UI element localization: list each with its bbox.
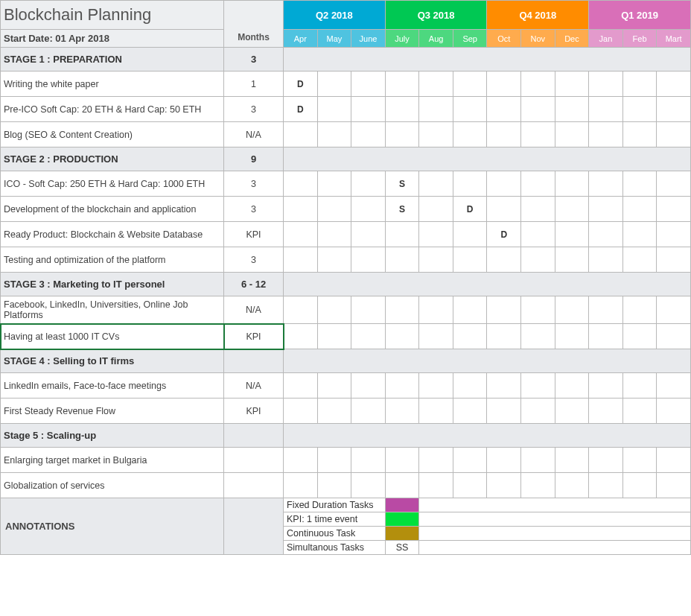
stage-4-row[interactable]: STAGE 4 : Selling to IT firms xyxy=(1,349,691,373)
task-months: KPI xyxy=(224,222,284,247)
quarter-q4-2018: Q4 2018 xyxy=(487,1,589,30)
gantt-bar xyxy=(521,122,555,147)
stage-1-label: STAGE 1 : PREPARATION xyxy=(1,48,224,72)
gantt-bar xyxy=(589,296,623,324)
gantt-bar xyxy=(419,171,453,197)
gantt-bar: D xyxy=(487,222,521,247)
quarter-q3-2018: Q3 2018 xyxy=(385,1,487,30)
task-row[interactable]: Development of the blockchain and applic… xyxy=(1,197,691,222)
task-row[interactable]: Blog (SEO & Content Creation) N/A xyxy=(1,122,691,147)
task-months: N/A xyxy=(224,373,284,399)
legend-kpi-label: KPI: 1 time event xyxy=(284,512,386,527)
task-label: Development of the blockchain and applic… xyxy=(1,197,224,222)
month-dec: Dec xyxy=(555,30,589,48)
task-months xyxy=(224,448,284,473)
gantt-bar xyxy=(453,122,487,147)
gantt-bar xyxy=(317,122,351,147)
gantt-bar xyxy=(317,97,351,122)
stage-2-months: 9 xyxy=(224,147,284,171)
task-months: 3 xyxy=(224,97,284,122)
task-row[interactable]: LinkedIn emails, Face-to-face meetings N… xyxy=(1,373,691,399)
task-label: Writing the white paper xyxy=(1,72,224,97)
gantt-bar xyxy=(419,197,453,222)
gantt-bar xyxy=(487,247,521,273)
task-label: Facebook, LinkedIn, Universities, Online… xyxy=(1,296,224,324)
task-row[interactable]: First Steady Revenue Flow KPI xyxy=(1,399,691,424)
gantt-bar xyxy=(555,247,589,273)
stage-5-label: Stage 5 : Scaling-up xyxy=(1,424,224,448)
gantt-bar: D xyxy=(284,97,318,122)
month-feb: Feb xyxy=(622,30,657,48)
gantt-bar xyxy=(622,247,657,273)
task-label: Blog (SEO & Content Creation) xyxy=(1,122,224,147)
month-june: June xyxy=(351,30,386,48)
legend-swatch-green xyxy=(385,512,419,527)
month-apr: Apr xyxy=(284,30,318,48)
stage-1-row[interactable]: STAGE 1 : PREPARATION 3 xyxy=(1,48,691,72)
task-row[interactable]: Writing the white paper 1 D xyxy=(1,72,691,97)
stage-2-row[interactable]: STAGE 2 : PRODUCTION 9 xyxy=(1,147,691,171)
gantt-bar xyxy=(521,247,555,273)
stage-3-label: STAGE 3 : Marketing to IT personel xyxy=(1,273,224,296)
start-date-label: Start Date: 01 Apr 2018 xyxy=(1,30,224,48)
gantt-bar: S xyxy=(385,197,419,222)
task-row[interactable]: Facebook, LinkedIn, Universities, Online… xyxy=(1,296,691,324)
gantt-bar xyxy=(555,122,589,147)
month-nov: Nov xyxy=(521,30,555,48)
quarter-q2-2018: Q2 2018 xyxy=(284,1,386,30)
gantt-bar xyxy=(521,296,555,324)
legend-row: ANNOTATIONS Fixed Duration Tasks xyxy=(1,498,691,512)
task-months: 3 xyxy=(224,171,284,197)
legend-swatch-magenta xyxy=(385,498,419,512)
legend-continuous-label: Continuous Task xyxy=(284,527,386,541)
task-label: ICO - Soft Cap: 250 ETH & Hard Cap: 1000… xyxy=(1,171,224,197)
task-row[interactable]: ICO - Soft Cap: 250 ETH & Hard Cap: 1000… xyxy=(1,171,691,197)
task-row[interactable]: Testing and optimization of the platform… xyxy=(1,247,691,273)
stage-5-row[interactable]: Stage 5 : Scaling-up xyxy=(1,424,691,448)
task-label: Testing and optimization of the platform xyxy=(1,247,224,273)
gantt-bar xyxy=(657,296,691,324)
gantt-bar: D xyxy=(453,197,487,222)
gantt-bar: D xyxy=(284,72,318,97)
task-label: First Steady Revenue Flow xyxy=(1,399,224,424)
gantt-bar xyxy=(453,171,487,197)
task-months: 3 xyxy=(224,197,284,222)
task-row[interactable]: Enlarging target market in Bulgaria xyxy=(1,448,691,473)
gantt-table: Blockchain Planning Months Q2 2018 Q3 20… xyxy=(0,0,691,555)
gantt-bar xyxy=(385,122,419,147)
month-may: May xyxy=(317,30,351,48)
task-row-selected[interactable]: Having at least 1000 IT CVs KPI xyxy=(1,324,691,349)
stage-4-label: STAGE 4 : Selling to IT firms xyxy=(1,349,224,373)
month-july: July xyxy=(385,30,419,48)
task-months: 3 xyxy=(224,247,284,273)
task-row[interactable]: Globalization of services xyxy=(1,473,691,498)
legend-fixed-label: Fixed Duration Tasks xyxy=(284,498,386,512)
month-mart: Mart xyxy=(657,30,691,48)
task-months: KPI xyxy=(224,324,284,349)
gantt-bar xyxy=(657,247,691,273)
task-row[interactable]: Pre-ICO Soft Cap: 20 ETH & Hard Cap: 50 … xyxy=(1,97,691,122)
task-label: LinkedIn emails, Face-to-face meetings xyxy=(1,373,224,399)
task-label: Enlarging target market in Bulgaria xyxy=(1,448,224,473)
months-header: Months xyxy=(224,1,284,48)
legend-ss-code: SS xyxy=(385,541,419,555)
stage-3-row[interactable]: STAGE 3 : Marketing to IT personel 6 - 1… xyxy=(1,273,691,296)
gantt-bar xyxy=(589,122,623,147)
month-aug: Aug xyxy=(419,30,453,48)
task-label: Pre-ICO Soft Cap: 20 ETH & Hard Cap: 50 … xyxy=(1,97,224,122)
task-months: KPI xyxy=(224,399,284,424)
legend-swatch-olive xyxy=(385,527,419,541)
task-months: 1 xyxy=(224,72,284,97)
month-sep: Sep xyxy=(453,30,487,48)
annotations-heading: ANNOTATIONS xyxy=(1,498,224,555)
task-row[interactable]: Ready Product: Blockchain & Website Data… xyxy=(1,222,691,247)
gantt-bar xyxy=(351,122,386,147)
month-oct: Oct xyxy=(487,30,521,48)
gantt-bar xyxy=(622,122,657,147)
gantt-bar xyxy=(657,324,691,349)
stage-5-months xyxy=(224,424,284,448)
task-months: N/A xyxy=(224,296,284,324)
gantt-bar: S xyxy=(385,171,419,197)
gantt-bar xyxy=(622,296,657,324)
gantt-bar xyxy=(589,247,623,273)
